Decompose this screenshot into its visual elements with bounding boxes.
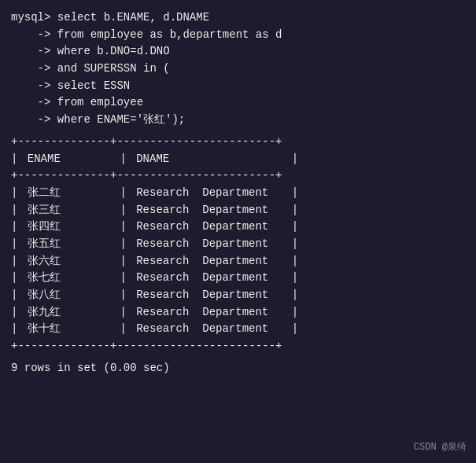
result-text: 9 rows in set (0.00 sec)	[11, 362, 170, 374]
table-row: | 张九红 | Research Department |	[11, 304, 465, 322]
header-dname: DNAME	[127, 151, 292, 168]
results-table: +--------------+------------------------…	[11, 134, 465, 355]
sql-line-3: -> where b.DNO=d.DNO	[11, 43, 465, 61]
table-row: | 张六红 | Research Department |	[11, 253, 465, 270]
cell-dname-9: Research Department	[127, 321, 292, 338]
prompt-arrow-6: ->	[11, 113, 50, 126]
sql-code-7: where ENAME='张红');	[50, 113, 185, 126]
cell-dname-1: Research Department	[127, 185, 292, 202]
table-top-border: +--------------+------------------------…	[11, 134, 465, 151]
prompt-mysql: mysql>	[11, 11, 50, 24]
prompt-arrow-2: ->	[11, 45, 50, 57]
cell-dname-5: Research Department	[127, 253, 292, 270]
sql-line-1: mysql> select b.ENAME, d.DNAME	[11, 9, 465, 27]
table-row: | 张七红 | Research Department |	[11, 270, 465, 287]
cell-ename-3: 张四红	[17, 219, 120, 236]
sql-code-5: select ESSN	[50, 79, 130, 92]
cell-dname-2: Research Department	[127, 202, 292, 219]
cell-ename-9: 张十红	[17, 321, 120, 338]
sql-code-4: and SUPERSSN in (	[50, 62, 169, 75]
sql-line-6: -> from employee	[11, 94, 465, 112]
cell-ename-4: 张五红	[17, 236, 120, 253]
table-row: | 张四红 | Research Department |	[11, 219, 465, 236]
header-ename: ENAME	[17, 151, 120, 168]
table-row: | 张二红 | Research Department |	[11, 185, 465, 202]
table-row: | 张三红 | Research Department |	[11, 202, 465, 219]
watermark: CSDN @泉绮	[414, 440, 467, 455]
cell-ename-6: 张七红	[17, 270, 120, 287]
table-bottom-border: +--------------+------------------------…	[11, 338, 465, 355]
prompt-arrow-3: ->	[11, 62, 50, 75]
cell-ename-5: 张六红	[17, 253, 120, 270]
cell-ename-2: 张三红	[17, 202, 120, 219]
result-footer: 9 rows in set (0.00 sec)	[11, 360, 465, 377]
prompt-arrow-4: ->	[11, 79, 50, 92]
terminal-window: mysql> select b.ENAME, d.DNAME -> from e…	[0, 0, 476, 463]
prompt-arrow-1: ->	[11, 28, 50, 41]
cell-dname-7: Research Department	[127, 287, 292, 304]
sql-line-4: -> and SUPERSSN in (	[11, 61, 465, 78]
cell-dname-3: Research Department	[127, 219, 292, 236]
table-header-border: +--------------+------------------------…	[11, 167, 465, 185]
sql-line-7: -> where ENAME='张红');	[11, 112, 465, 129]
cell-ename-8: 张九红	[17, 304, 120, 322]
sql-code-3: where b.DNO=d.DNO	[50, 45, 169, 57]
cell-dname-4: Research Department	[127, 236, 292, 253]
sql-line-5: -> select ESSN	[11, 78, 465, 95]
cell-ename-7: 张八红	[17, 287, 120, 304]
prompt-arrow-5: ->	[11, 96, 50, 108]
cell-ename-1: 张二红	[17, 185, 120, 202]
cell-dname-6: Research Department	[127, 270, 292, 287]
sql-code-6: from employee	[50, 96, 143, 108]
sql-line-2: -> from employee as b,department as d	[11, 27, 465, 44]
table-row: | 张五红 | Research Department |	[11, 236, 465, 253]
cell-dname-8: Research Department	[127, 304, 292, 322]
watermark-text: CSDN @泉绮	[414, 442, 467, 453]
sql-query-block: mysql> select b.ENAME, d.DNAME -> from e…	[11, 9, 465, 129]
sql-code-1: select b.ENAME, d.DNAME	[50, 11, 209, 24]
table-row: | 张十红 | Research Department |	[11, 321, 465, 338]
sql-code-2: from employee as b,department as d	[50, 28, 282, 41]
table-row: | 张八红 | Research Department |	[11, 287, 465, 304]
table-header-row: | ENAME | DNAME |	[11, 151, 465, 168]
